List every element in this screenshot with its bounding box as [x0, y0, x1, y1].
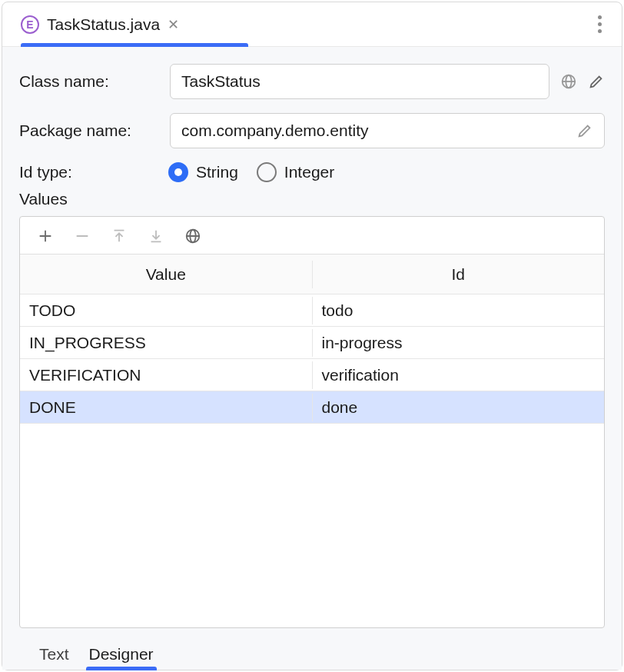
- package-name-value: com.company.demo.entity: [181, 121, 576, 140]
- move-up-icon[interactable]: [111, 228, 128, 245]
- file-tab[interactable]: E TaskStatus.java ✕: [21, 2, 202, 46]
- remove-icon[interactable]: [74, 228, 91, 245]
- cell-value[interactable]: IN_PROGRESS: [20, 329, 313, 357]
- table-row[interactable]: TODOtodo: [20, 294, 604, 327]
- table-header-row: Value Id: [20, 254, 604, 294]
- tab-text[interactable]: Text: [39, 645, 69, 670]
- table-empty-space: [20, 424, 604, 627]
- cell-id[interactable]: done: [313, 394, 605, 421]
- cell-value[interactable]: TODO: [20, 297, 313, 324]
- more-menu-icon[interactable]: [584, 8, 616, 41]
- id-type-string-label: String: [196, 163, 238, 181]
- table-row[interactable]: IN_PROGRESSin-progress: [20, 327, 604, 359]
- edit-icon[interactable]: [576, 122, 593, 139]
- globe-icon[interactable]: [184, 228, 201, 245]
- values-label: Values: [19, 190, 605, 208]
- id-type-string-radio[interactable]: String: [168, 162, 238, 182]
- header-id[interactable]: Id: [313, 261, 605, 288]
- editor-tabbar: E TaskStatus.java ✕: [2, 2, 622, 47]
- cell-value[interactable]: DONE: [20, 394, 313, 421]
- header-value[interactable]: Value: [20, 261, 313, 288]
- id-type-integer-label: Integer: [284, 163, 334, 181]
- globe-icon[interactable]: [560, 73, 577, 90]
- table-row[interactable]: VERIFICATIONverification: [20, 359, 604, 391]
- id-type-label: Id type:: [19, 163, 159, 181]
- cell-id[interactable]: in-progress: [313, 329, 605, 357]
- package-name-label: Package name:: [19, 121, 159, 140]
- enum-file-icon: E: [21, 15, 39, 34]
- edit-icon[interactable]: [588, 73, 605, 90]
- class-name-label: Class name:: [19, 72, 159, 91]
- designer-panel: Class name: TaskStatus: [2, 47, 622, 670]
- values-table: Value Id TODOtodoIN_PROGRESSin-progressV…: [19, 216, 605, 628]
- cell-id[interactable]: todo: [313, 297, 605, 324]
- values-grid: Value Id TODOtodoIN_PROGRESSin-progressV…: [20, 254, 604, 627]
- class-name-input[interactable]: TaskStatus: [170, 64, 549, 99]
- class-name-value: TaskStatus: [181, 72, 538, 91]
- tab-active-indicator: [21, 43, 248, 47]
- file-tab-title: TaskStatus.java: [47, 15, 160, 34]
- cell-value[interactable]: VERIFICATION: [20, 361, 313, 389]
- values-toolbar: [20, 217, 604, 254]
- id-type-integer-radio[interactable]: Integer: [257, 162, 334, 182]
- package-name-input[interactable]: com.company.demo.entity: [170, 113, 605, 148]
- editor-mode-tabs: Text Designer: [19, 628, 605, 670]
- tab-designer[interactable]: Designer: [89, 645, 154, 670]
- add-icon[interactable]: [37, 228, 54, 245]
- table-row[interactable]: DONEdone: [20, 391, 604, 424]
- close-icon[interactable]: ✕: [168, 16, 179, 33]
- move-down-icon[interactable]: [148, 228, 164, 245]
- cell-id[interactable]: verification: [313, 361, 605, 389]
